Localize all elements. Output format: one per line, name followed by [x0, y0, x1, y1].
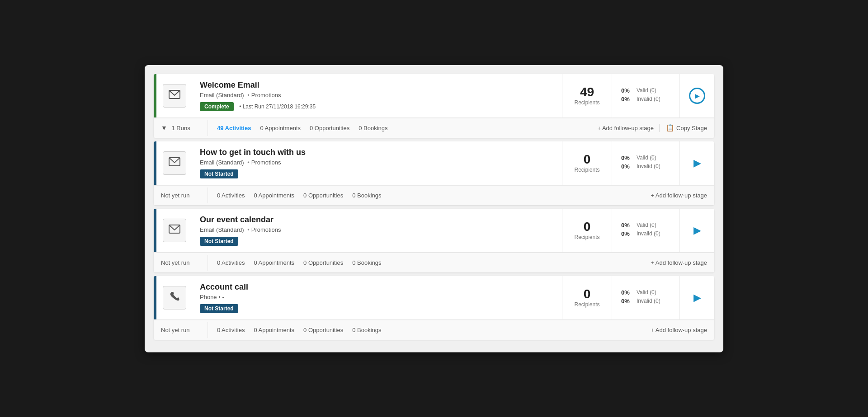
stage-header: Account call Phone • - Not Started 0 Rec… [154, 276, 714, 320]
stage-icon-area [156, 276, 193, 319]
invalid-pct: 0% [621, 230, 634, 237]
invalid-label: Invalid (0) [637, 298, 660, 304]
stage-stats: 0% Valid (0) 0% Invalid (0) [612, 74, 679, 117]
stage-icon-box [163, 151, 186, 175]
add-follow-up-stage-button[interactable]: + Add follow-up stage [651, 192, 707, 199]
stage-action: ▶ [679, 209, 714, 252]
recipients-label: Recipients [574, 301, 599, 308]
footer-opportunities: 0 Opportunities [303, 327, 343, 333]
stage-card-our-event-calendar: Our event calendar Email (Standard) •Pro… [154, 209, 714, 272]
stage-type: Phone [200, 294, 217, 300]
footer-appointments: 0 Appointments [254, 259, 294, 266]
stage-category: Promotions [251, 226, 281, 233]
valid-stat-row: 0% Valid (0) [621, 87, 670, 94]
stage-title: Welcome Email [200, 80, 555, 90]
invalid-label: Invalid (0) [637, 163, 660, 169]
footer-opportunities: 0 Opportunities [303, 259, 343, 266]
valid-label: Valid (0) [637, 155, 656, 161]
stage-stats: 0% Valid (0) 0% Invalid (0) [612, 141, 679, 185]
stage-icon-box [163, 286, 186, 309]
invalid-pct: 0% [621, 298, 634, 305]
email-icon [169, 90, 180, 102]
play-button[interactable]: ▶ [689, 222, 705, 239]
footer-run-label: Not yet run [154, 187, 208, 203]
stage-card-account-call: Account call Phone • - Not Started 0 Rec… [154, 276, 714, 340]
collapse-icon[interactable]: ▼ [161, 124, 167, 131]
stage-card-how-to-get-in-touch: How to get in touch with us Email (Stand… [154, 141, 714, 205]
recipients-count: 0 [584, 153, 591, 166]
footer-stats: 0 Activities 0 Appointments 0 Opportunit… [208, 255, 643, 271]
stage-info: Account call Phone • - Not Started [193, 276, 562, 319]
email-icon [169, 157, 180, 169]
stage-icon-area [156, 209, 193, 252]
footer-actions: + Add follow-up stage 📋 Copy Stage [590, 119, 714, 136]
add-follow-up-stage-button[interactable]: + Add follow-up stage [651, 327, 707, 333]
stage-subtitle: Phone • - [200, 294, 555, 300]
run-label-text: Not yet run [161, 259, 190, 266]
stage-title: Our event calendar [200, 215, 555, 225]
add-follow-up-stage-button[interactable]: + Add follow-up stage [651, 259, 707, 266]
invalid-stat-row: 0% Invalid (0) [621, 230, 670, 237]
stage-action: ▶ [679, 276, 714, 319]
footer-activities: 0 Activities [217, 327, 245, 333]
stage-stats: 0% Valid (0) 0% Invalid (0) [612, 209, 679, 252]
phone-icon [170, 291, 179, 304]
footer-actions: + Add follow-up stage [643, 255, 714, 271]
footer-opportunities: 0 Opportunities [303, 192, 343, 199]
recipients-label: Recipients [574, 99, 599, 106]
stage-badge: Not Started [200, 237, 238, 246]
valid-pct: 0% [621, 222, 634, 229]
stage-header: Our event calendar Email (Standard) •Pro… [154, 209, 714, 253]
valid-stat-row: 0% Valid (0) [621, 289, 670, 296]
invalid-stat-row: 0% Invalid (0) [621, 96, 670, 103]
stage-type: Email (Standard) [200, 159, 244, 166]
stage-stats: 0% Valid (0) 0% Invalid (0) [612, 276, 679, 319]
copy-stage-button[interactable]: 📋 Copy Stage [659, 124, 707, 132]
valid-stat-row: 0% Valid (0) [621, 222, 670, 229]
stage-badge-row: Complete • Last Run 27/11/2018 16:29:35 [200, 102, 555, 111]
recipients-count: 0 [584, 288, 591, 300]
stage-badge-row: Not Started [200, 237, 555, 246]
stage-subtitle: Email (Standard) •Promotions [200, 92, 555, 98]
run-label-text: 1 Runs [171, 125, 190, 131]
last-run-label: • Last Run 27/11/2018 16:29:35 [239, 103, 316, 110]
stage-info: Welcome Email Email (Standard) •Promotio… [193, 74, 562, 117]
footer-appointments: 0 Appointments [254, 327, 294, 333]
recipients-label: Recipients [574, 167, 599, 173]
main-container: Welcome Email Email (Standard) •Promotio… [145, 65, 723, 352]
add-follow-up-stage-button[interactable]: + Add follow-up stage [597, 125, 654, 131]
footer-bookings: 0 Bookings [352, 259, 381, 266]
play-button[interactable]: ▶ [689, 290, 705, 306]
footer-actions: + Add follow-up stage [643, 322, 714, 338]
stage-badge-row: Not Started [200, 169, 555, 178]
stage-recipients: 0 Recipients [562, 209, 612, 252]
play-button[interactable]: ▶ [689, 155, 705, 171]
valid-label: Valid (0) [637, 87, 656, 94]
invalid-stat-row: 0% Invalid (0) [621, 298, 670, 305]
valid-label: Valid (0) [637, 222, 656, 228]
stage-subtitle: Email (Standard) •Promotions [200, 159, 555, 166]
stage-card-welcome-email: Welcome Email Email (Standard) •Promotio… [154, 74, 714, 138]
stage-footer: Not yet run 0 Activities 0 Appointments … [154, 253, 714, 272]
stage-action: ▶ [679, 74, 714, 117]
stage-type: Email (Standard) [200, 92, 244, 98]
stage-recipients: 0 Recipients [562, 141, 612, 185]
footer-activities[interactable]: 49 Activities [217, 125, 251, 131]
stage-header: How to get in touch with us Email (Stand… [154, 141, 714, 185]
footer-stats: 0 Activities 0 Appointments 0 Opportunit… [208, 322, 643, 338]
footer-run-label: Not yet run [154, 255, 208, 271]
footer-activities: 0 Activities [217, 192, 245, 199]
stage-subtitle: Email (Standard) •Promotions [200, 226, 555, 233]
stage-type: Email (Standard) [200, 226, 244, 233]
stage-badge: Complete [200, 102, 234, 111]
recipients-count: 49 [580, 86, 594, 98]
footer-appointments: 0 Appointments [254, 192, 294, 199]
stage-title: How to get in touch with us [200, 148, 555, 157]
invalid-label: Invalid (0) [637, 230, 660, 237]
valid-pct: 0% [621, 155, 634, 161]
stage-footer: Not yet run 0 Activities 0 Appointments … [154, 320, 714, 340]
footer-bookings: 0 Bookings [359, 125, 387, 131]
footer-stats: 49 Activities 0 Appointments 0 Opportuni… [208, 120, 590, 136]
footer-activities: 0 Activities [217, 259, 245, 266]
progress-button[interactable]: ▶ [689, 88, 705, 104]
